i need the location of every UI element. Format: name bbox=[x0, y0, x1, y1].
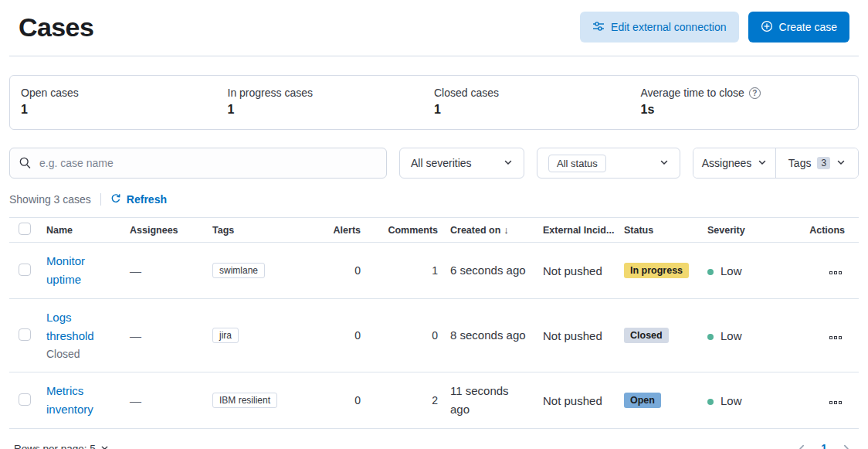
cases-page: Cases Edit external connection Create c bbox=[0, 0, 868, 449]
assignees-value: — bbox=[130, 329, 141, 342]
comments-count: 2 bbox=[367, 372, 444, 429]
alerts-count: 0 bbox=[320, 299, 367, 372]
severity-cell: Low bbox=[701, 243, 788, 299]
column-header-alerts: Alerts bbox=[320, 218, 367, 243]
page-title: Cases bbox=[19, 12, 93, 43]
stat-closed-cases: Closed cases 1 bbox=[434, 87, 641, 117]
alerts-count: 0 bbox=[320, 372, 367, 429]
tag-badge: IBM resilient bbox=[212, 393, 277, 408]
severity-cell: Low bbox=[701, 299, 788, 372]
row-checkbox[interactable] bbox=[19, 393, 31, 406]
stat-value: 1s bbox=[641, 103, 848, 117]
cases-table: Name Assignees Tags Alerts Comments Crea… bbox=[9, 217, 859, 429]
stat-value: 1 bbox=[21, 103, 228, 117]
severity-cell: Low bbox=[701, 372, 788, 429]
refresh-label: Refresh bbox=[127, 193, 167, 206]
created-on-value: 8 seconds ago bbox=[450, 326, 526, 345]
header-divider bbox=[9, 56, 859, 56]
assignees-filter-dropdown[interactable]: Assignees bbox=[693, 148, 775, 178]
column-header-tags: Tags bbox=[206, 218, 320, 243]
showing-cases-text: Showing 3 cases bbox=[9, 193, 91, 206]
stat-average-time-to-close: Average time to close ? 1s bbox=[641, 87, 848, 117]
column-header-created-on[interactable]: Created on↓ bbox=[444, 218, 537, 243]
create-case-button[interactable]: Create case bbox=[748, 12, 849, 43]
header-actions: Edit external connection Create case bbox=[580, 12, 849, 43]
column-header-status: Status bbox=[618, 218, 701, 243]
create-case-label: Create case bbox=[779, 21, 837, 33]
stat-open-cases: Open cases 1 bbox=[21, 87, 228, 117]
severity-dot-icon bbox=[707, 269, 714, 275]
assignees-filter-label: Assignees bbox=[702, 157, 752, 169]
row-checkbox[interactable] bbox=[19, 264, 31, 276]
stat-label: Closed cases bbox=[434, 87, 641, 99]
tag-badge: swimlane bbox=[212, 263, 265, 278]
created-on-value: 6 seconds ago bbox=[450, 261, 526, 280]
sliders-icon bbox=[592, 20, 605, 35]
comments-count: 0 bbox=[367, 299, 444, 372]
stat-in-progress-cases: In progress cases 1 bbox=[228, 87, 435, 117]
table-header-row: Name Assignees Tags Alerts Comments Crea… bbox=[9, 218, 859, 243]
next-page-icon[interactable] bbox=[841, 444, 851, 449]
comments-count: 1 bbox=[367, 243, 444, 299]
table-row: Logs threshold Closed — jira 0 0 8 secon… bbox=[9, 299, 859, 372]
search-wrapper bbox=[9, 148, 387, 179]
tags-filter-dropdown[interactable]: Tags 3 bbox=[775, 148, 858, 178]
info-icon[interactable]: ? bbox=[749, 87, 761, 99]
sort-desc-icon: ↓ bbox=[504, 224, 509, 236]
severity-dot-icon bbox=[707, 334, 714, 340]
table-row: Monitor uptime — swimlane 0 1 6 seconds … bbox=[9, 243, 859, 299]
row-actions-menu-icon[interactable] bbox=[826, 398, 845, 407]
edit-external-connection-button[interactable]: Edit external connection bbox=[580, 12, 738, 43]
external-incident-value: Not pushed bbox=[537, 243, 618, 299]
refresh-button[interactable]: Refresh bbox=[110, 193, 167, 206]
external-incident-value: Not pushed bbox=[537, 372, 618, 429]
vertical-divider bbox=[100, 193, 101, 206]
severity-dot-icon bbox=[707, 399, 714, 405]
case-name-link[interactable]: Logs threshold bbox=[46, 308, 117, 345]
search-input[interactable] bbox=[9, 148, 387, 179]
status-badge: In progress bbox=[624, 263, 689, 278]
edit-external-connection-label: Edit external connection bbox=[611, 21, 726, 33]
row-actions-menu-icon[interactable] bbox=[826, 333, 845, 342]
row-actions-menu-icon[interactable] bbox=[826, 268, 845, 277]
chevron-down-icon bbox=[504, 157, 513, 169]
filter-row: All severities All status Assignees Tags… bbox=[9, 148, 859, 179]
assignees-value: — bbox=[130, 394, 141, 407]
column-header-external-incidents: External Incid... bbox=[537, 218, 618, 243]
severity-value: Low bbox=[721, 329, 742, 342]
stat-label: Open cases bbox=[21, 87, 228, 99]
severity-filter-dropdown[interactable]: All severities bbox=[399, 148, 524, 179]
page-number-button[interactable]: 1 bbox=[821, 442, 827, 449]
column-header-name[interactable]: Name bbox=[40, 218, 124, 243]
plus-in-circle-icon bbox=[761, 20, 773, 35]
search-icon bbox=[19, 156, 32, 172]
previous-page-icon[interactable] bbox=[797, 444, 807, 449]
stats-panel: Open cases 1 In progress cases 1 Closed … bbox=[9, 75, 859, 130]
pagination: 1 bbox=[797, 442, 859, 449]
assignees-tags-filter-group: Assignees Tags 3 bbox=[693, 148, 859, 179]
stat-label: In progress cases bbox=[228, 87, 435, 99]
status-filter-label: All status bbox=[548, 155, 606, 172]
case-name-link[interactable]: Monitor uptime bbox=[46, 252, 117, 289]
tags-count-badge: 3 bbox=[817, 157, 830, 169]
case-name-link[interactable]: Metrics inventory bbox=[46, 382, 117, 419]
table-row: Metrics inventory — IBM resilient 0 2 11… bbox=[9, 372, 859, 429]
stat-value: 1 bbox=[228, 103, 435, 117]
tag-badge: jira bbox=[212, 328, 239, 343]
column-header-assignees: Assignees bbox=[124, 218, 206, 243]
alerts-count: 0 bbox=[320, 243, 367, 299]
stat-value: 1 bbox=[434, 103, 641, 117]
refresh-icon bbox=[110, 193, 121, 206]
case-status-subtitle: Closed bbox=[46, 345, 117, 362]
rows-per-page-label: Rows per page: 5 bbox=[14, 443, 96, 449]
status-filter-dropdown[interactable]: All status bbox=[537, 148, 680, 179]
page-header: Cases Edit external connection Create c bbox=[9, 0, 859, 48]
rows-per-page-dropdown[interactable]: Rows per page: 5 bbox=[9, 442, 114, 449]
column-header-actions: Actions bbox=[788, 218, 859, 243]
chevron-down-icon bbox=[100, 443, 109, 449]
chevron-down-icon bbox=[758, 157, 767, 169]
row-checkbox[interactable] bbox=[19, 328, 31, 341]
status-badge: Closed bbox=[624, 328, 669, 343]
table-footer: Rows per page: 5 1 bbox=[9, 438, 859, 449]
select-all-checkbox[interactable] bbox=[19, 223, 31, 235]
